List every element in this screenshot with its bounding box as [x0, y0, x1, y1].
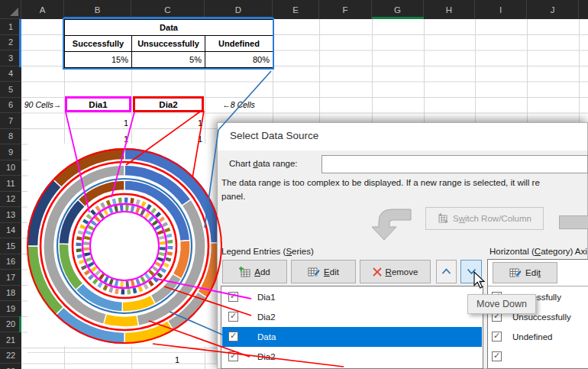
legend-entries-label: Legend Entries (Series): [221, 247, 314, 256]
add-button-label: Add: [254, 267, 270, 277]
gray-arrow-fragment: [559, 215, 588, 229]
legend-entries-list[interactable]: Dia1 Dia2 Data Dia2: [221, 286, 483, 369]
table-pencil-icon: [509, 267, 522, 278]
cell-header-undefined[interactable]: Undefined: [205, 35, 273, 52]
cell-dia2[interactable]: Dia2: [133, 96, 204, 112]
cell-value-80[interactable]: 80%: [205, 51, 273, 68]
list-item-label: Dia2: [257, 352, 276, 361]
big-gray-arrow-icon: [367, 207, 421, 245]
table-pencil-icon: [308, 267, 320, 277]
chart-object-border: [27, 352, 215, 353]
table-plus-icon: [239, 267, 250, 277]
cell-b7[interactable]: 1: [76, 116, 128, 130]
doughnut-chart[interactable]: [27, 144, 229, 348]
edit-category-button[interactable]: Edit: [493, 262, 557, 283]
cell-8-cells-note[interactable]: ←8 Cells: [205, 98, 273, 112]
list-item-label: Dia1: [257, 293, 276, 302]
edit-series-button[interactable]: Edit: [291, 260, 356, 283]
edit-category-button-label: Edit: [525, 268, 541, 277]
checked-checkbox[interactable]: [228, 332, 238, 341]
switch-row-column-button[interactable]: Switch Row/Column: [425, 207, 544, 230]
remove-button[interactable]: Remove: [360, 260, 431, 283]
cell-90-cells-note[interactable]: 90 Cells→: [21, 98, 64, 112]
switch-row-column-label: Switch Row/Column: [453, 214, 531, 223]
chevron-up-icon: [441, 268, 451, 275]
cell-data-title[interactable]: Data: [64, 19, 273, 36]
warning-text-line1: The data range is too complex to be disp…: [221, 178, 588, 187]
list-item-dia2[interactable]: Dia2: [222, 307, 482, 327]
horizontal-category-label: Horizontal (Category) Axis Labels: [489, 247, 587, 256]
category-axis-panel: Edit Successfully Unsuccessfully Undefin…: [487, 259, 588, 369]
chart-data-range-input[interactable]: [321, 155, 588, 173]
category-item-blank[interactable]: [489, 347, 588, 367]
checked-checkbox[interactable]: [228, 351, 238, 361]
edit-series-button-label: Edit: [324, 267, 339, 277]
cell-dia1[interactable]: Dia1: [65, 96, 131, 112]
checked-checkbox[interactable]: [228, 292, 238, 302]
list-item-data-selected[interactable]: Data: [222, 327, 482, 347]
list-item-dia1[interactable]: Dia1: [222, 287, 482, 307]
cell-c23[interactable]: 1: [130, 354, 179, 365]
list-item-label: Data: [257, 332, 276, 341]
list-item-label: Dia2: [257, 312, 276, 322]
excel-window: ABCDEFGHIJ 12345678910111213141516171819…: [0, 0, 588, 369]
checked-checkbox[interactable]: [228, 312, 238, 322]
checked-checkbox[interactable]: [492, 332, 502, 341]
cell-c7[interactable]: 1: [150, 116, 202, 130]
remove-button-label: Remove: [386, 267, 418, 277]
move-up-button[interactable]: [436, 260, 457, 283]
chart-data-range-label: Chart data range:: [229, 159, 298, 168]
cell-header-successfully[interactable]: Successfully: [64, 35, 132, 52]
switch-row-column-icon: [438, 213, 449, 224]
category-item-label: Undefined: [512, 332, 552, 341]
select-data-source-dialog: Select Data Source Chart data range: The…: [217, 122, 588, 369]
cell-value-5[interactable]: 5%: [131, 51, 205, 68]
cell-header-unsuccessfully[interactable]: Unsuccessfully: [131, 35, 205, 52]
checked-checkbox[interactable]: [492, 351, 502, 361]
cell-value-15[interactable]: 15%: [64, 51, 132, 68]
panel-separator: [488, 286, 588, 286]
dialog-title: Select Data Source: [230, 130, 318, 141]
dialog-titlebar[interactable]: Select Data Source: [218, 123, 587, 151]
mouse-pointer: [473, 271, 486, 289]
move-down-tooltip: Move Down: [467, 294, 536, 314]
warning-text-line2: panel.: [221, 192, 588, 201]
add-button[interactable]: Add: [222, 260, 287, 283]
list-item-dia2-2[interactable]: Dia2: [222, 347, 482, 367]
category-item-undefined[interactable]: Undefined: [489, 327, 588, 347]
red-x-icon: [373, 267, 382, 277]
